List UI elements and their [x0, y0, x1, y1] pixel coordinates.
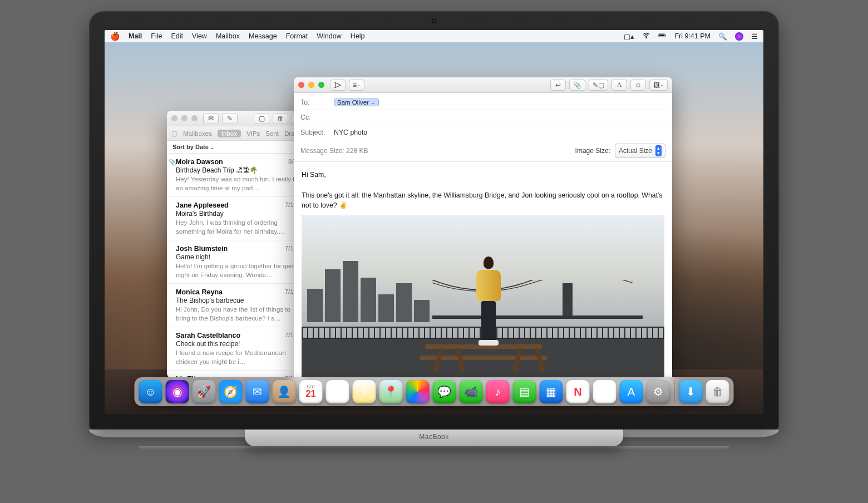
dock-appstore[interactable]: A: [620, 380, 643, 403]
laptop-brand: MacBook: [419, 433, 449, 441]
macbook-frame: 🍎 Mail File Edit View Mailbox Message Fo…: [89, 11, 779, 450]
markup-button[interactable]: ✎▢: [589, 80, 608, 91]
svg-rect-2: [659, 34, 665, 36]
camera-dot: [432, 19, 436, 23]
clock[interactable]: Fri 9:41 PM: [674, 32, 711, 40]
menubar: 🍎 Mail File Edit View Mailbox Message Fo…: [105, 30, 763, 42]
image-size-label: Image Size:: [575, 147, 610, 155]
message-sender: Moira Dawson: [176, 158, 306, 166]
compose-window: ≡ ⌄ ↩ 📎 ✎▢ A ☺ 🖼 ⌄ To: Sam Ol: [294, 77, 672, 389]
message-preview: Hey! Yesterday was so much fun. I really…: [176, 175, 306, 192]
compose-button[interactable]: ✎: [222, 113, 238, 124]
menu-format[interactable]: Format: [286, 32, 308, 40]
menu-view[interactable]: View: [192, 32, 207, 40]
cc-label: Cc:: [300, 114, 329, 121]
send-button[interactable]: [330, 80, 346, 91]
menu-edit[interactable]: Edit: [171, 32, 183, 40]
app-menu-name[interactable]: Mail: [129, 32, 142, 40]
fav-vips[interactable]: VIPs: [246, 130, 260, 137]
dock-downloads[interactable]: ⬇: [679, 380, 703, 403]
desktop-screen: 🍎 Mail File Edit View Mailbox Message Fo…: [105, 30, 763, 414]
fav-mailboxes[interactable]: Mailboxes: [183, 130, 212, 137]
message-preview: I found a new recipe for Mediterranean c…: [176, 349, 306, 366]
reply-button[interactable]: ↩: [550, 80, 566, 91]
header-fields-button[interactable]: ≡ ⌄: [349, 80, 364, 91]
message-subject: Game night: [176, 253, 306, 261]
dock-safari[interactable]: 🧭: [219, 380, 243, 403]
message-preview: Hey John, I was thinking of ordering som…: [176, 219, 306, 235]
menu-file[interactable]: File: [151, 32, 162, 40]
message-subject: Birthday Beach Trip 🏖🏝🌴: [176, 166, 306, 174]
sort-menu[interactable]: Sort by Date ⌄: [172, 144, 214, 150]
message-row[interactable]: Monica Reyna7/13/18The Bishop's barbecue…: [167, 284, 312, 327]
attached-photo[interactable]: [302, 215, 664, 382]
siri-icon[interactable]: [735, 32, 743, 41]
dock-notes[interactable]: ✎: [353, 380, 376, 403]
dock-siri[interactable]: ◉: [166, 380, 189, 403]
photo-browser-button[interactable]: 🖼 ⌄: [649, 80, 668, 91]
message-preview: Hello! I'm getting a group together for …: [176, 262, 306, 279]
dock-facetime[interactable]: 📹: [460, 380, 483, 403]
message-size-value: 228 KB: [346, 147, 368, 155]
dock-finder[interactable]: ☺: [139, 380, 162, 403]
archive-button[interactable]: ▢: [254, 113, 269, 124]
dock-trash[interactable]: 🗑: [706, 380, 729, 403]
dock-reminders[interactable]: ≣: [326, 380, 349, 403]
apple-menu[interactable]: 🍎: [110, 32, 120, 41]
message-row[interactable]: Sarah Castelblanco7/13/18Check out this …: [167, 327, 312, 371]
attachment-icon: 📎: [169, 159, 176, 166]
menu-message[interactable]: Message: [249, 32, 277, 40]
compose-body[interactable]: Hi Sam, This one's got it all: the Manha…: [294, 164, 672, 388]
battery-icon[interactable]: [658, 31, 667, 41]
menu-help[interactable]: Help: [351, 32, 365, 40]
dock-calendar[interactable]: SEP21: [299, 380, 323, 403]
to-recipient-pill[interactable]: Sam Oliver: [334, 98, 379, 106]
body-paragraph: This one's got it all: the Manhattan sky…: [302, 190, 664, 211]
dock-numbers[interactable]: ▤: [513, 380, 536, 403]
fav-inbox[interactable]: Inbox: [218, 130, 241, 137]
wifi-icon[interactable]: [642, 31, 650, 41]
dock: ☺◉🚀🧭✉👤SEP21≣✎📍💬📹♪▤▦N♫A⚙⬇🗑: [135, 377, 734, 406]
message-preview: Hi John, Do you have the list of things …: [176, 305, 306, 322]
window-controls[interactable]: [298, 82, 324, 88]
mail-inbox-window: ✉ ✎ ▢ 🗑 ⊘ ▢ Mailboxes Inbox VIPs Sent: [167, 111, 312, 378]
dock-preferences[interactable]: ⚙: [647, 380, 670, 403]
message-subject: Moira's Birthday: [176, 210, 306, 218]
emoji-button[interactable]: ☺: [630, 80, 646, 91]
image-size-select[interactable]: Actual Size ▴▾: [615, 144, 665, 158]
airplay-icon[interactable]: ▢▴: [624, 32, 634, 41]
message-subject: The Bishop's barbecue: [176, 297, 306, 304]
dock-music[interactable]: ♫: [593, 380, 617, 403]
subject-field[interactable]: NYC photo: [334, 129, 367, 136]
delete-button[interactable]: 🗑: [273, 113, 288, 124]
message-row[interactable]: Josh Blumstein7/13/18Game nightHello! I'…: [167, 240, 312, 284]
subject-label: Subject:: [300, 129, 329, 136]
dock-news[interactable]: N: [566, 380, 590, 403]
dock-separator: [674, 380, 675, 403]
menu-mailbox[interactable]: Mailbox: [216, 32, 240, 40]
message-row[interactable]: 📎Moira Dawson8/2/18Birthday Beach Trip 🏖…: [167, 154, 312, 197]
svg-point-0: [646, 37, 647, 38]
to-label: To:: [300, 98, 329, 106]
dock-launchpad[interactable]: 🚀: [193, 380, 216, 403]
message-size-label: Message Size:: [300, 147, 344, 155]
attach-button[interactable]: 📎: [569, 80, 585, 91]
dock-mail[interactable]: ✉: [246, 380, 269, 403]
spotlight-icon[interactable]: 🔍: [718, 32, 727, 41]
dock-itunes[interactable]: ♪: [486, 380, 510, 403]
message-subject: Check out this recipe!: [176, 340, 306, 348]
menu-window[interactable]: Window: [317, 32, 341, 40]
dock-maps[interactable]: 📍: [379, 380, 403, 403]
message-row[interactable]: Jane Appleseed7/13/18Moira's BirthdayHey…: [167, 197, 312, 240]
svg-rect-3: [665, 34, 666, 36]
dock-keynote[interactable]: ▦: [540, 380, 563, 403]
notification-center-icon[interactable]: ☰: [751, 32, 758, 41]
body-greeting: Hi Sam,: [302, 170, 664, 180]
fav-sent[interactable]: Sent: [265, 130, 279, 137]
window-controls[interactable]: [171, 115, 198, 121]
dock-photos[interactable]: [406, 380, 430, 403]
get-mail-button[interactable]: ✉: [203, 113, 219, 124]
format-button[interactable]: A: [611, 80, 627, 91]
dock-messages[interactable]: 💬: [433, 380, 456, 403]
dock-contacts[interactable]: 👤: [273, 380, 296, 403]
